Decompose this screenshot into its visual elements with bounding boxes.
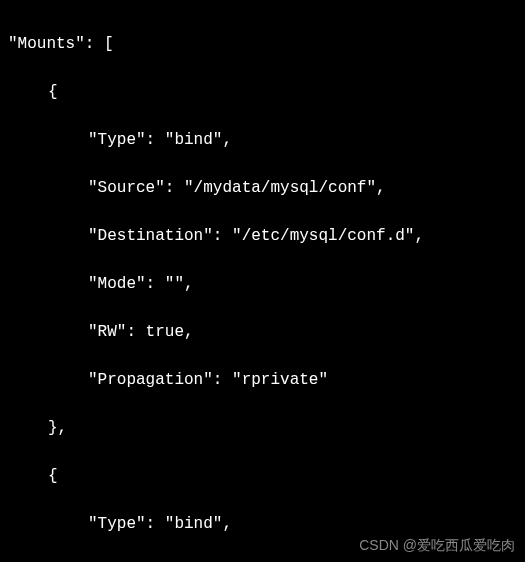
- code-line: "Mounts": [: [8, 32, 517, 56]
- watermark-text: CSDN @爱吃西瓜爱吃肉: [359, 535, 515, 556]
- code-line: },: [8, 416, 517, 440]
- json-code-block: "Mounts": [ { "Type": "bind", "Source": …: [8, 8, 517, 562]
- code-line: "Destination": "/etc/mysql/conf.d",: [8, 224, 517, 248]
- code-line: "Type": "bind",: [8, 128, 517, 152]
- code-line: "RW": true,: [8, 320, 517, 344]
- code-line: {: [8, 464, 517, 488]
- code-line: "Propagation": "rprivate": [8, 368, 517, 392]
- code-line: {: [8, 80, 517, 104]
- code-line: "Type": "bind",: [8, 512, 517, 536]
- code-line: "Mode": "",: [8, 272, 517, 296]
- code-line: "Source": "/mydata/mysql/conf",: [8, 176, 517, 200]
